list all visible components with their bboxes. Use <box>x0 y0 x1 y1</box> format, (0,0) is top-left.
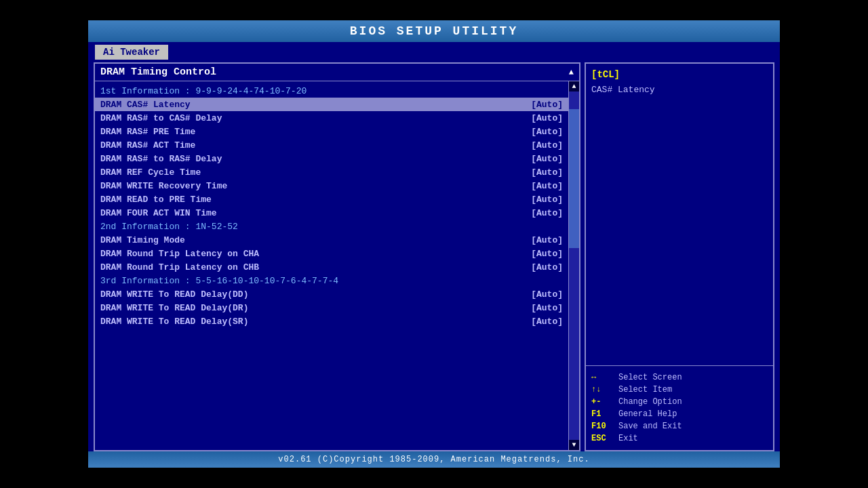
menu-item-ras-to-ras[interactable]: DRAM RAS# to RAS# Delay [Auto] <box>95 152 568 165</box>
scrollbar: ▲ ▼ <box>568 81 579 450</box>
panel-header: DRAM Timing Control ▲ <box>95 64 579 81</box>
legend-area: ↔ Select Screen ↑↓ Select Item +- Change… <box>586 366 773 450</box>
title-bar: BIOS SETUP UTILITY <box>88 20 780 42</box>
menu-item-write-read-dd[interactable]: DRAM WRITE To READ Delay(DD) [Auto] <box>95 287 568 301</box>
legend-change-option: +- Change Option <box>591 396 768 408</box>
footer-text: v02.61 (C)Copyright 1985-2009, American … <box>278 455 589 464</box>
menu-item-ras-pre[interactable]: DRAM RAS# PRE Time [Auto] <box>95 125 568 138</box>
menu-list: 1st Information : 9-9-9-24-4-74-10-7-20 … <box>95 81 568 450</box>
info-line-1: 1st Information : 9-9-9-24-4-74-10-7-20 <box>95 84 568 98</box>
tab-ai-tweaker[interactable]: Ai Tweaker <box>95 45 168 60</box>
panel-body: 1st Information : 9-9-9-24-4-74-10-7-20 … <box>95 81 579 450</box>
help-area: [tCL] CAS# Latency <box>586 64 773 366</box>
main-content: DRAM Timing Control ▲ 1st Information : … <box>88 60 780 451</box>
scroll-up-arrow: ▲ <box>569 68 574 77</box>
legend-key-updown: ↑↓ <box>591 385 618 394</box>
legend-key-arrows: ↔ <box>591 373 618 382</box>
legend-exit: ESC Exit <box>591 432 768 445</box>
footer: v02.61 (C)Copyright 1985-2009, American … <box>88 451 780 468</box>
legend-key-f1: F1 <box>591 409 618 419</box>
menu-item-write-read-sr[interactable]: DRAM WRITE To READ Delay(SR) [Auto] <box>95 314 568 328</box>
legend-general-help: F1 General Help <box>591 408 768 420</box>
scrollbar-track <box>569 92 579 440</box>
menu-item-ras-to-cas[interactable]: DRAM RAS# to CAS# Delay [Auto] <box>95 111 568 125</box>
bios-title: BIOS SETUP UTILITY <box>350 24 518 38</box>
menu-item-read-to-pre[interactable]: DRAM READ to PRE Time [Auto] <box>95 192 568 206</box>
scroll-up-btn[interactable]: ▲ <box>570 81 577 92</box>
bios-screen: BIOS SETUP UTILITY Ai Tweaker DRAM Timin… <box>0 0 868 488</box>
info-line-3: 3rd Information : 5-5-16-10-10-10-7-6-4-… <box>95 274 568 287</box>
legend-select-item: ↑↓ Select Item <box>591 384 768 396</box>
menu-item-write-read-dr[interactable]: DRAM WRITE To READ Delay(DR) [Auto] <box>95 301 568 314</box>
menu-item-ras-act[interactable]: DRAM RAS# ACT Time [Auto] <box>95 138 568 152</box>
scroll-down-btn[interactable]: ▼ <box>570 440 577 450</box>
menu-item-write-recovery[interactable]: DRAM WRITE Recovery Time [Auto] <box>95 179 568 192</box>
tab-bar: Ai Tweaker <box>88 42 780 60</box>
menu-item-rtt-chb[interactable]: DRAM Round Trip Latency on CHB [Auto] <box>95 260 568 274</box>
help-text: CAS# Latency <box>591 84 768 96</box>
legend-key-esc: ESC <box>591 434 618 443</box>
menu-item-timing-mode[interactable]: DRAM Timing Mode [Auto] <box>95 233 568 247</box>
help-title: [tCL] <box>591 69 768 80</box>
legend-save-exit: F10 Save and Exit <box>591 420 768 432</box>
panel-title: DRAM Timing Control <box>100 66 216 78</box>
menu-item-four-act[interactable]: DRAM FOUR ACT WIN Time [Auto] <box>95 206 568 220</box>
legend-select-screen: ↔ Select Screen <box>591 371 768 384</box>
info-line-2: 2nd Information : 1N-52-52 <box>95 220 568 233</box>
legend-key-f10: F10 <box>591 422 618 431</box>
bios-container: BIOS SETUP UTILITY Ai Tweaker DRAM Timin… <box>88 20 780 468</box>
menu-item-cas-latency[interactable]: DRAM CAS# Latency [Auto] <box>95 98 568 111</box>
menu-item-rtt-cha[interactable]: DRAM Round Trip Latency on CHA [Auto] <box>95 247 568 260</box>
menu-item-ref-cycle[interactable]: DRAM REF Cycle Time [Auto] <box>95 165 568 179</box>
left-panel: DRAM Timing Control ▲ 1st Information : … <box>94 62 580 451</box>
right-panel: [tCL] CAS# Latency ↔ Select Screen ↑↓ Se… <box>585 62 774 451</box>
scrollbar-thumb <box>569 109 579 249</box>
legend-key-plusminus: +- <box>591 397 618 407</box>
